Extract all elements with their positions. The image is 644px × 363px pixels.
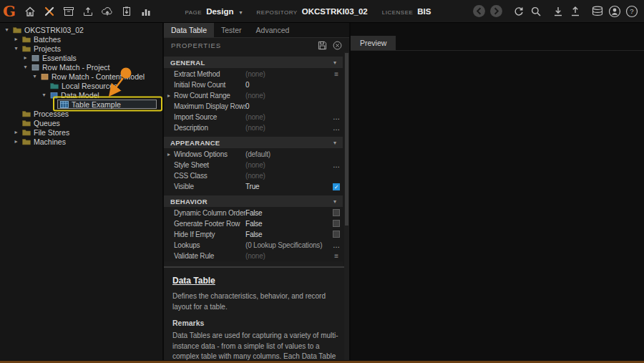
property-value[interactable]: (none): [245, 70, 330, 78]
property-initial-row-count[interactable]: Initial Row Count0: [164, 79, 343, 90]
expand-icon[interactable]: ▸: [12, 129, 20, 135]
checkbox-unchecked[interactable]: [333, 231, 340, 238]
back-circle-icon[interactable]: [472, 4, 486, 18]
properties-scrollbar[interactable]: [344, 52, 349, 360]
chevron-down-icon[interactable]: ▾: [333, 198, 336, 205]
tab-tester[interactable]: Tester: [214, 23, 249, 37]
upload-icon[interactable]: [568, 4, 582, 18]
download-icon[interactable]: [551, 4, 565, 18]
refresh-icon[interactable]: [512, 4, 525, 18]
page-selector[interactable]: PAGE Design ▾: [185, 7, 243, 16]
forward-circle-icon[interactable]: [489, 4, 503, 18]
search-icon[interactable]: [529, 4, 542, 18]
property-import-source[interactable]: Import Source(none)…: [164, 112, 343, 122]
property-value[interactable]: (0 Lookup Specifications): [245, 241, 330, 249]
property-windows-options[interactable]: ▸Windows Options(default): [164, 149, 343, 160]
tree-item-row-match-project[interactable]: ▾Row Match - Project: [0, 62, 162, 72]
property-generate-footer-row[interactable]: Generate Footer RowFalse: [164, 218, 343, 229]
property-value[interactable]: (default): [245, 150, 330, 158]
property-extract-method[interactable]: Extract Method(none)≡: [164, 69, 343, 79]
property-value[interactable]: True: [245, 183, 330, 190]
ellipsis-button[interactable]: …: [333, 113, 340, 121]
export-box-icon[interactable]: [81, 4, 94, 18]
tree-item-row-match-content-model[interactable]: ▾Row Match - Content Model: [0, 72, 162, 81]
database-icon[interactable]: [590, 4, 604, 18]
help-title-link[interactable]: Data Table: [172, 276, 215, 286]
tab-advanced[interactable]: Advanced: [249, 23, 297, 37]
save-icon[interactable]: [317, 40, 327, 50]
property-value[interactable]: 0: [245, 81, 330, 89]
tree-item-processes[interactable]: Processes: [0, 109, 162, 118]
tree-item-essentials[interactable]: ▸Essentials: [0, 53, 162, 62]
collapse-icon[interactable]: ▾: [31, 73, 39, 79]
tab-preview[interactable]: Preview: [351, 36, 396, 50]
property-visible[interactable]: VisibleTrue✓: [164, 181, 343, 192]
bar-chart-icon[interactable]: [139, 4, 152, 18]
help-icon[interactable]: ?: [625, 4, 638, 18]
dropdown-menu-icon[interactable]: ≡: [334, 70, 338, 78]
tree-item-data-model[interactable]: ▾Data Model: [0, 90, 162, 100]
chevron-down-icon[interactable]: ▾: [240, 9, 243, 16]
properties-bar: PROPERTIES: [164, 38, 349, 52]
expand-icon[interactable]: ▸: [164, 151, 174, 158]
property-style-sheet[interactable]: Style Sheet(none)…: [164, 160, 343, 170]
property-value[interactable]: False: [245, 220, 330, 228]
home-icon[interactable]: [23, 4, 36, 18]
property-row-count-range[interactable]: ▸Row Count Range(none): [164, 90, 343, 101]
section-appearance[interactable]: APPEARANCE▾: [164, 137, 343, 148]
chevron-down-icon[interactable]: ▾: [333, 59, 336, 66]
property-value[interactable]: False: [245, 209, 330, 217]
property-value[interactable]: (none): [245, 113, 330, 121]
property-hide-if-empty[interactable]: Hide If EmptyFalse: [164, 229, 343, 240]
chevron-down-icon[interactable]: ▾: [333, 140, 336, 146]
property-value[interactable]: False: [245, 231, 330, 238]
property-css-class[interactable]: CSS Class(none): [164, 170, 343, 181]
expand-icon[interactable]: ▸: [164, 92, 174, 99]
collapse-icon[interactable]: ▾: [40, 92, 48, 98]
property-validate-rule[interactable]: Validate Rule(none)≡: [164, 251, 343, 261]
archive-icon[interactable]: [62, 4, 75, 18]
property-value[interactable]: (none): [245, 92, 330, 100]
ellipsis-button[interactable]: …: [333, 161, 340, 169]
checkbox-unchecked[interactable]: [333, 209, 340, 216]
expand-icon[interactable]: ▸: [12, 36, 20, 42]
account-icon[interactable]: [608, 4, 621, 18]
section-general[interactable]: GENERAL▾: [164, 57, 343, 68]
property-description[interactable]: Description(none)…: [164, 122, 343, 133]
tree-item-projects[interactable]: ▾Projects: [0, 44, 162, 53]
tree-item-queues[interactable]: Queues: [0, 118, 162, 127]
property-lookups[interactable]: Lookups(0 Lookup Specifications)…: [164, 240, 343, 251]
property-value[interactable]: (none): [245, 172, 330, 180]
expand-icon[interactable]: ▸: [12, 138, 20, 145]
tree-item-machines[interactable]: ▸Machines: [0, 137, 162, 146]
tab-data-table[interactable]: Data Table: [164, 23, 214, 37]
cancel-icon[interactable]: [332, 40, 342, 50]
property-value[interactable]: (none): [245, 252, 330, 260]
property-value[interactable]: (none): [245, 161, 330, 169]
section-behavior[interactable]: BEHAVIOR▾: [164, 195, 343, 207]
property-value[interactable]: 0: [245, 102, 330, 110]
clipboard-import-icon[interactable]: [119, 4, 133, 18]
scrollbar-thumb[interactable]: [345, 53, 348, 226]
tools-icon[interactable]: [42, 4, 56, 18]
tree-item-batches[interactable]: ▸Batches: [0, 34, 162, 44]
property-label: Import Source: [174, 113, 245, 121]
checkbox-unchecked[interactable]: [333, 220, 340, 227]
collapse-icon[interactable]: ▾: [3, 26, 11, 33]
tree-item-okcstrki03-02[interactable]: ▾OKCSTRKI03_02: [0, 25, 162, 34]
expand-icon[interactable]: ▸: [21, 54, 29, 61]
collapse-icon[interactable]: ▾: [12, 45, 20, 52]
ellipsis-button[interactable]: …: [333, 124, 340, 132]
property-value[interactable]: (none): [245, 124, 330, 132]
property-dynamic-column-ordering[interactable]: Dynamic Column OrderingFalse: [164, 208, 343, 218]
dropdown-menu-icon[interactable]: ≡: [334, 252, 338, 260]
tree-item-table-example[interactable]: Table Example: [0, 100, 162, 109]
tree-item-local-resources[interactable]: Local Resources: [0, 81, 162, 90]
ellipsis-button[interactable]: …: [333, 241, 340, 249]
checkbox-checked[interactable]: ✓: [333, 183, 340, 190]
property-maximum-display-rows[interactable]: Maximum Display Rows0: [164, 101, 343, 112]
tree-item-file-stores[interactable]: ▸File Stores: [0, 127, 162, 137]
property-label: Dynamic Column Ordering: [174, 209, 245, 217]
collapse-icon[interactable]: ▾: [21, 64, 29, 70]
cloud-upload-icon[interactable]: [100, 4, 114, 18]
